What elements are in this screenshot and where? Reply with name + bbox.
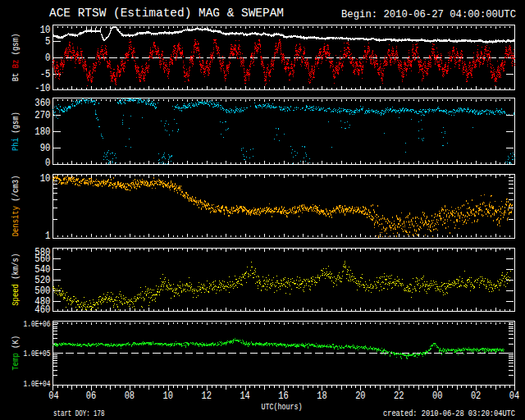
svg-text:Bt: Bt [11, 73, 21, 82]
svg-text:02: 02 [471, 390, 481, 402]
svg-text:1.0E+04: 1.0E+04 [24, 379, 51, 389]
svg-text:04: 04 [509, 390, 520, 402]
svg-text:10: 10 [40, 173, 51, 185]
svg-text:180: 180 [34, 126, 50, 138]
svg-text:0: 0 [45, 52, 50, 64]
svg-text:22: 22 [394, 390, 404, 402]
svg-text:00: 00 [432, 390, 442, 402]
svg-text:(gsm): (gsm) [11, 34, 21, 56]
svg-text:560: 560 [34, 253, 50, 265]
svg-text:(/cm3): (/cm3) [11, 176, 21, 202]
svg-text:360: 360 [34, 98, 50, 109]
svg-text:18: 18 [317, 390, 326, 402]
svg-text:UTC(hours): UTC(hours) [262, 402, 303, 412]
svg-text:Speed: Speed [11, 284, 21, 306]
svg-text:10: 10 [40, 25, 51, 36]
svg-text:(km/s): (km/s) [11, 253, 21, 280]
svg-text:ACE RTSW (Estimated) MAG & SWE: ACE RTSW (Estimated) MAG & SWEPAM [49, 7, 284, 21]
svg-text:1.0E+06: 1.0E+06 [24, 319, 51, 329]
svg-text:start DOY: 178: start DOY: 178 [53, 409, 105, 418]
svg-text:14: 14 [240, 390, 250, 402]
svg-text:created: 2010-06-28 03:20:04UT: created: 2010-06-28 03:20:04UTC [383, 409, 515, 418]
svg-text:1.0E+05: 1.0E+05 [24, 349, 51, 358]
svg-text:10: 10 [163, 390, 173, 402]
svg-text:0: 0 [45, 158, 50, 169]
svg-text:Phi: Phi [11, 138, 21, 151]
svg-text:270: 270 [34, 110, 50, 121]
svg-text:-10: -10 [34, 83, 50, 94]
svg-text:500: 500 [34, 285, 50, 297]
svg-text:04: 04 [48, 390, 59, 402]
svg-text:-5: -5 [40, 69, 51, 80]
svg-text:08: 08 [125, 390, 135, 402]
svg-text:90: 90 [40, 143, 51, 154]
svg-text:Density: Density [11, 206, 21, 236]
svg-text:Bz: Bz [11, 60, 21, 69]
svg-text:Temp: Temp [11, 353, 21, 370]
svg-text:20: 20 [355, 390, 365, 402]
svg-text:1: 1 [45, 231, 50, 242]
svg-text:12: 12 [201, 390, 211, 402]
svg-text:460: 460 [34, 304, 50, 316]
svg-text:16: 16 [278, 390, 288, 402]
svg-text:520: 520 [34, 275, 50, 286]
svg-text:Begin: 2010-06-27 04:00:00UTC: Begin: 2010-06-27 04:00:00UTC [341, 9, 516, 21]
svg-text:(gsm): (gsm) [11, 112, 21, 134]
svg-text:5: 5 [45, 36, 50, 48]
svg-text:(K): (K) [11, 336, 21, 349]
svg-text:540: 540 [34, 264, 50, 276]
svg-text:06: 06 [86, 390, 96, 402]
